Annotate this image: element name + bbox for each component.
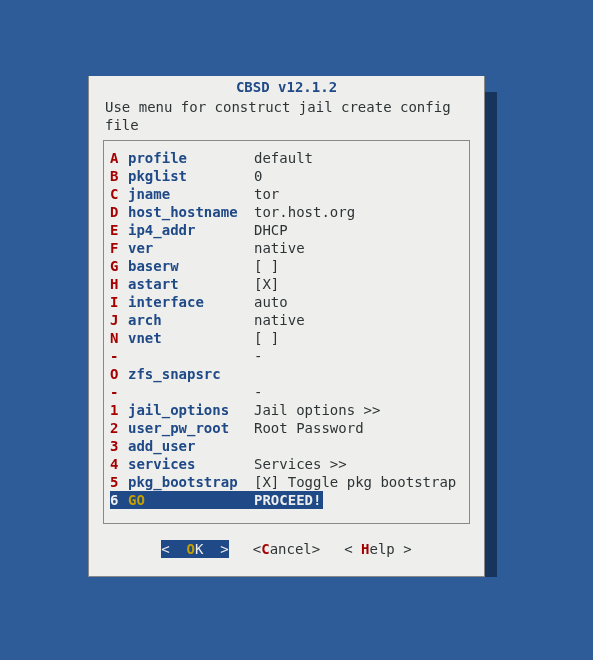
menu-item-arch[interactable]: Jarchnative <box>108 311 465 329</box>
menu-item-value: [ ] <box>254 257 463 275</box>
menu-item-baserw[interactable]: Gbaserw[ ] <box>108 257 465 275</box>
menu-item-key: N <box>110 329 128 347</box>
menu-item-value: native <box>254 239 463 257</box>
menu-item-value: DHCP <box>254 221 463 239</box>
menu-item-value: - <box>254 383 463 401</box>
menu-item-ip4_addr[interactable]: Eip4_addrDHCP <box>108 221 465 239</box>
menu-item-ver[interactable]: Fvernative <box>108 239 465 257</box>
dialog: CBSD v12.1.2 Use menu for construct jail… <box>88 76 485 577</box>
menu-item-key: 2 <box>110 419 128 437</box>
menu-item-name <box>128 347 254 365</box>
menu-item-pkg_bootstrap[interactable]: 5pkg_bootstrap[X] Toggle pkg bootstrap <box>108 473 465 491</box>
help-button[interactable]: < Help > <box>344 540 411 558</box>
cancel-button[interactable]: <Cancel> <box>253 540 320 558</box>
menu-item-key: J <box>110 311 128 329</box>
menu-item-GO[interactable]: 6GOPROCEED! <box>108 491 465 509</box>
menu-item-name: pkglist <box>128 167 254 185</box>
menu-item-name: ip4_addr <box>128 221 254 239</box>
menu-item-name: interface <box>128 293 254 311</box>
menu-item-add_user[interactable]: 3add_user <box>108 437 465 455</box>
menu-item-name: add_user <box>128 437 254 455</box>
menu-item-name: host_hostname <box>128 203 254 221</box>
menu-item-name: user_pw_root <box>128 419 254 437</box>
dialog-title: CBSD v12.1.2 <box>89 76 484 98</box>
ok-button[interactable]: < OK > <box>161 540 228 558</box>
menu-item-name: vnet <box>128 329 254 347</box>
menu-item-value: tor <box>254 185 463 203</box>
menu-item-interface[interactable]: Iinterfaceauto <box>108 293 465 311</box>
menu-item-services[interactable]: 4servicesServices >> <box>108 455 465 473</box>
menu-item-value: [X] <box>254 275 463 293</box>
menu-item-name: baserw <box>128 257 254 275</box>
menu-item-jail_options[interactable]: 1jail_optionsJail options >> <box>108 401 465 419</box>
menu-item-user_pw_root[interactable]: 2user_pw_rootRoot Password <box>108 419 465 437</box>
menu-item-name: ver <box>128 239 254 257</box>
menu-item-name: pkg_bootstrap <box>128 473 254 491</box>
menu-item-key: 4 <box>110 455 128 473</box>
menu-item-key: D <box>110 203 128 221</box>
menu-item-name: services <box>128 455 254 473</box>
button-bar: < OK > <Cancel> < Help > <box>89 526 484 564</box>
menu-item-name: jname <box>128 185 254 203</box>
menu-item-value: native <box>254 311 463 329</box>
menu-item-key: 1 <box>110 401 128 419</box>
menu-list: AprofiledefaultBpkglist0CjnametorDhost_h… <box>103 140 470 524</box>
menu-item-name: zfs_snapsrc <box>128 365 254 383</box>
menu-item-host_hostname[interactable]: Dhost_hostnametor.host.org <box>108 203 465 221</box>
menu-item-name: GO <box>128 491 254 509</box>
menu-item-name: profile <box>128 149 254 167</box>
menu-item-key: 6 <box>110 491 128 509</box>
menu-item-value: [X] Toggle pkg bootstrap <box>254 473 463 491</box>
menu-item-value: [ ] <box>254 329 463 347</box>
menu-item-name <box>128 383 254 401</box>
menu-item-profile[interactable]: Aprofiledefault <box>108 149 465 167</box>
menu-item-value <box>254 365 463 383</box>
menu-item-key: G <box>110 257 128 275</box>
menu-item-key: O <box>110 365 128 383</box>
menu-item-jname[interactable]: Cjnametor <box>108 185 465 203</box>
menu-item-key: 5 <box>110 473 128 491</box>
menu-item-key: 3 <box>110 437 128 455</box>
menu-item-key: - <box>110 347 128 365</box>
menu-item-value: Services >> <box>254 455 463 473</box>
menu-item-sep[interactable]: -- <box>108 347 465 365</box>
menu-item-key: F <box>110 239 128 257</box>
menu-item-sep[interactable]: -- <box>108 383 465 401</box>
menu-item-value: auto <box>254 293 463 311</box>
menu-item-value: tor.host.org <box>254 203 463 221</box>
menu-item-key: A <box>110 149 128 167</box>
menu-item-value: Jail options >> <box>254 401 463 419</box>
menu-item-value: PROCEED! <box>254 491 463 509</box>
menu-item-key: H <box>110 275 128 293</box>
menu-item-key: E <box>110 221 128 239</box>
menu-item-key: C <box>110 185 128 203</box>
menu-item-key: B <box>110 167 128 185</box>
menu-item-name: astart <box>128 275 254 293</box>
menu-item-value: - <box>254 347 463 365</box>
menu-item-vnet[interactable]: Nvnet[ ] <box>108 329 465 347</box>
menu-item-value <box>254 437 463 455</box>
menu-item-key: - <box>110 383 128 401</box>
menu-item-name: jail_options <box>128 401 254 419</box>
menu-item-value: Root Password <box>254 419 463 437</box>
menu-item-key: I <box>110 293 128 311</box>
menu-item-zfs_snapsrc[interactable]: Ozfs_snapsrc <box>108 365 465 383</box>
menu-item-pkglist[interactable]: Bpkglist0 <box>108 167 465 185</box>
menu-item-value: 0 <box>254 167 463 185</box>
menu-item-name: arch <box>128 311 254 329</box>
menu-item-value: default <box>254 149 463 167</box>
menu-item-astart[interactable]: Hastart[X] <box>108 275 465 293</box>
dialog-instruction: Use menu for construct jail create confi… <box>89 98 484 138</box>
